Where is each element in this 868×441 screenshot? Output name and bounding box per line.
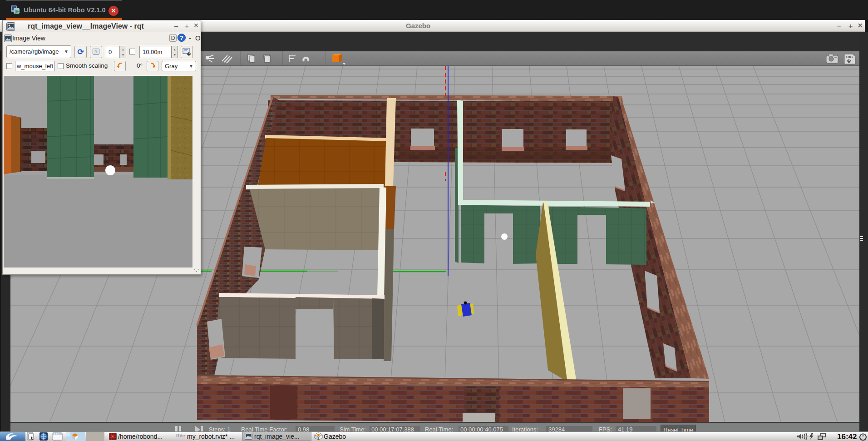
svg-text:16:42: 16:42 [837,432,857,441]
svg-text:LOG: LOG [846,55,853,59]
